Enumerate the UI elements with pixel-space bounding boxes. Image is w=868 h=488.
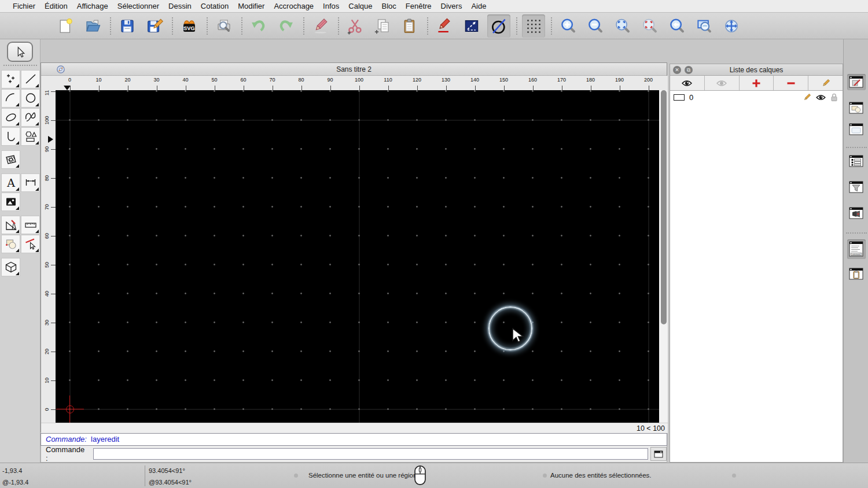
restrict-nothing-icon [490,17,508,35]
dock-block-list-icon[interactable] [847,100,866,116]
dock-selection-filter-icon[interactable] [847,179,866,195]
h-ruler-tick [649,86,649,90]
svg-text:A: A [6,176,15,189]
vertical-scrollbar-thumb[interactable] [661,90,667,324]
show-all-layers-button[interactable] [670,76,705,90]
new-file-button[interactable] [54,14,77,38]
undock-panel-icon[interactable]: ⧉ [685,66,693,74]
order-tool[interactable] [1,235,20,253]
layer-lock-icon[interactable] [830,93,838,102]
dock-library-browser-icon[interactable] [847,121,866,138]
pen-attributes-button[interactable] [433,14,456,38]
detach-command-button[interactable] [650,447,667,461]
menu-affichage[interactable]: Affichage [72,2,113,10]
measure-tool[interactable] [21,216,40,234]
circle-tool[interactable] [21,89,40,108]
select-tool-button[interactable] [7,42,33,62]
zoom-in-button[interactable] [557,14,580,38]
menu-accrochage[interactable]: Accrochage [269,2,318,10]
v-ruler-label: 10 [44,375,50,386]
v-ruler-label: 80 [44,173,50,183]
line-attributes-button[interactable] [460,14,483,38]
arc-tool[interactable] [1,89,20,108]
v-ruler-tick [51,91,56,92]
polyline-tool[interactable] [1,127,20,146]
save-button[interactable] [116,14,139,38]
v-ruler-label: 110 [44,90,50,97]
layer-color-swatch[interactable] [674,94,685,101]
export-svg-button[interactable]: SVG [178,14,201,38]
menu-aide[interactable]: Aide [466,2,491,10]
menu-infos[interactable]: Infos [318,2,344,10]
grid-toggle-button[interactable] [522,14,545,38]
h-ruler-tick [215,86,215,90]
layer-visibility-icon[interactable] [815,94,826,101]
paste-button[interactable] [398,14,421,38]
v-ruler-tick [51,409,56,410]
h-ruler-label: 70 [269,77,275,83]
spline-tool[interactable] [21,108,40,127]
text-tool[interactable]: A [1,173,20,192]
vertical-scrollbar[interactable] [659,90,668,423]
horizontal-scrollbar[interactable]: 10 < 100 [41,423,668,433]
delete-entities-button[interactable] [309,14,332,38]
layer-row[interactable]: 0 [670,91,843,103]
remove-layer-button[interactable] [774,76,808,90]
command-prompt-label: Commande : [46,445,89,463]
copy-button[interactable] [371,14,394,38]
points-tool[interactable] [1,70,20,88]
menu-edition[interactable]: Édition [40,2,72,10]
origin-marker-circle [66,405,74,413]
menu-dessin[interactable]: Dessin [164,2,196,10]
box-3d-tool[interactable] [1,258,20,276]
hide-all-layers-button[interactable] [705,76,740,90]
dock-layer-list-icon[interactable] [847,74,866,90]
menu-cotation[interactable]: Cotation [196,2,233,10]
restrict-nothing-button[interactable] [487,14,510,38]
dock-command-line-icon[interactable]: command [847,239,866,259]
layer-edit-icon[interactable] [803,93,811,102]
dock-entity-list-icon[interactable] [847,153,866,169]
layer-panel-title-bar[interactable]: ✕ ⧉ Liste des calques [670,64,843,76]
select-entities-tool[interactable] [21,235,40,253]
zoom-window-button[interactable] [693,14,716,38]
edit-layer-button[interactable] [808,76,843,90]
menu-bloc[interactable]: Bloc [377,2,400,10]
drawing-canvas[interactable] [56,90,659,423]
zoom-previous-button[interactable] [665,14,689,38]
palette-handle[interactable] [3,65,37,66]
menu-modifier[interactable]: Modifier [233,2,269,10]
polygon-tool[interactable] [21,127,40,146]
undo-button[interactable] [247,14,270,38]
layer-panel-title: Liste des calques [730,66,784,74]
menu-fichier[interactable]: Fichier [8,2,40,10]
zoom-auto-button[interactable] [611,14,634,38]
h-ruler-tick [70,86,71,90]
menu-selectionner[interactable]: Sélectionner [113,2,164,10]
redo-button[interactable] [274,14,297,38]
ellipse-tool[interactable] [1,108,20,127]
dock-media-icon[interactable] [847,205,866,221]
menu-divers[interactable]: Divers [436,2,467,10]
zoom-out-button[interactable] [584,14,607,38]
line-tool[interactable] [21,70,40,88]
open-file-button[interactable] [81,14,104,38]
modify-tool[interactable] [1,216,20,234]
command-input[interactable] [93,448,648,460]
close-panel-icon[interactable]: ✕ [673,66,681,74]
hatch-tool[interactable] [1,150,20,169]
save-as-button[interactable] [143,14,166,38]
image-tool[interactable] [1,193,20,211]
print-preview-button[interactable] [212,14,236,38]
dimension-tool[interactable] [21,173,40,192]
zoom-pan-button[interactable] [720,14,743,38]
zoom-selected-button[interactable] [638,14,661,38]
cut-button[interactable] [344,14,367,38]
dock-clipboard-icon[interactable] [847,266,866,282]
toolbar-separator [207,17,208,35]
v-ruler-label: 30 [44,317,50,328]
menu-fenetre[interactable]: Fenêtre [401,2,436,10]
document-title-bar[interactable]: Sans titre 2 [41,63,667,76]
menu-calque[interactable]: Calque [344,2,377,10]
add-layer-button[interactable] [740,76,774,90]
